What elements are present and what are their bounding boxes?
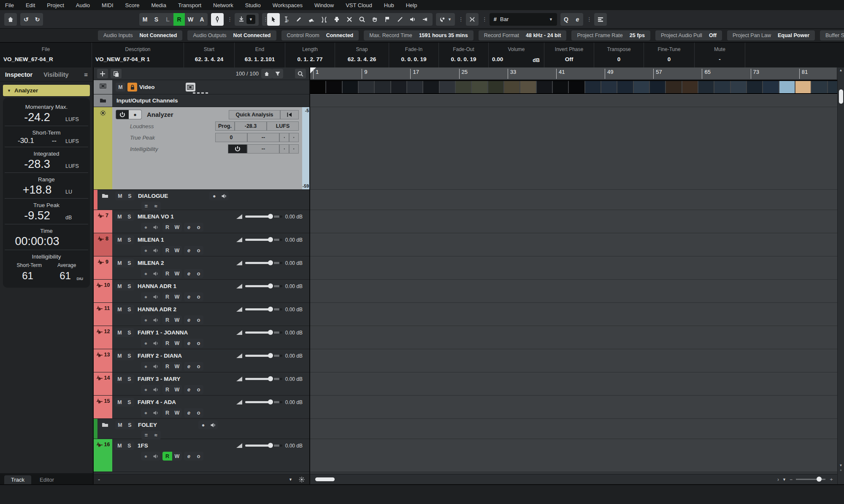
track-list-row-input-output-channels[interactable]: Input/Output Channels [94, 94, 309, 107]
param-power-button[interactable] [228, 144, 247, 154]
quick-analysis-button[interactable]: Quick Analysis [229, 110, 280, 119]
status-project-pan-law[interactable]: Project Pan LawEqual Power [727, 30, 815, 40]
param-value[interactable]: -28.3 [235, 121, 267, 131]
info-field-file[interactable]: FileVO_NEW_67-04_R [0, 43, 92, 67]
volume-slider[interactable] [245, 262, 282, 264]
scroll-down-icon[interactable]: ▼ [838, 464, 844, 467]
grid-type-select[interactable]: #Bar▼ [490, 13, 557, 26]
info-field-snap[interactable]: Snap62. 3. 4. 26 [335, 43, 389, 67]
volume-knob[interactable] [268, 237, 273, 242]
add-track-button[interactable] [97, 69, 108, 78]
status-project-frame-rate[interactable]: Project Frame Rate25 fps [571, 30, 650, 40]
mute-button[interactable]: M [115, 235, 124, 244]
edit-channel-button[interactable]: e [184, 223, 194, 232]
volume-slider[interactable] [245, 332, 282, 334]
read-automation-button[interactable]: R [162, 269, 172, 278]
volume-knob[interactable] [268, 330, 273, 335]
info-field-fine-tune[interactable]: Fine-Tune0 [644, 43, 695, 67]
volume-knob[interactable] [268, 307, 273, 312]
track-list-row-hanna-adr-1[interactable]: 10MSHANNA ADR 10.00 dB●RWeo [94, 280, 309, 303]
monitor-button[interactable] [151, 385, 160, 394]
monitor-button[interactable] [219, 191, 229, 200]
record-enable-button[interactable]: ● [141, 292, 151, 301]
mute-button[interactable]: M [115, 328, 124, 337]
edit-channel-button[interactable]: e [184, 362, 194, 371]
menu-transport[interactable]: Transport [178, 2, 201, 8]
scroll-up-icon[interactable]: ▲ [838, 68, 844, 72]
mute-button[interactable]: M [115, 398, 124, 407]
solo-button[interactable]: S [124, 212, 134, 221]
zoom-in-icon[interactable]: ＋ [829, 476, 834, 483]
mute-button[interactable]: M [115, 282, 124, 291]
volume-slider[interactable] [245, 308, 282, 310]
edit-channel-button[interactable]: e [184, 292, 194, 301]
volume-slider[interactable] [245, 216, 282, 218]
mute-button[interactable]: M [115, 305, 124, 314]
record-enable-button[interactable]: ● [141, 246, 151, 255]
use-track-preset-button[interactable] [111, 69, 122, 78]
mute-button[interactable]: M [115, 259, 124, 267]
zoom-slider-knob[interactable] [817, 477, 822, 482]
event-display[interactable]: ▼ 19172533414957657381 ▲ ▼ ＋ › ▼ − ＋ [310, 67, 844, 484]
read-automation-button[interactable]: R [162, 292, 172, 301]
info-field-fade-out[interactable]: Fade-Out0. 0. 0. 19 [439, 43, 489, 67]
monitor-button[interactable] [151, 339, 160, 348]
track-list-row-analyzer[interactable]: ●AnalyzerQuick AnalysisLoudnessProg.-28.… [94, 107, 309, 190]
record-enable-button[interactable]: ● [209, 191, 219, 200]
lock-button[interactable] [127, 83, 137, 92]
menu-help[interactable]: Help [406, 2, 417, 8]
volume-slider[interactable] [245, 378, 282, 380]
menu-midi[interactable]: MIDI [102, 2, 113, 8]
monitor-button[interactable] [151, 452, 160, 461]
solo-button[interactable]: S [124, 398, 134, 407]
solo-button[interactable]: S [124, 351, 134, 360]
erase-tool[interactable] [305, 13, 318, 26]
edit-channel-button[interactable]: e [184, 385, 194, 394]
vertical-scroll-thumb[interactable] [839, 89, 843, 104]
glue-tool[interactable] [330, 13, 343, 26]
edit-channel-button[interactable]: e [184, 408, 194, 417]
iterative-quantize-button[interactable]: e [572, 13, 583, 26]
record-enable-button[interactable]: ● [141, 339, 151, 348]
record-enable-button[interactable]: ● [141, 223, 151, 232]
volume-slider[interactable] [245, 401, 282, 403]
info-field-invert-phase[interactable]: Invert PhaseOff [544, 43, 594, 67]
zoom-out-icon[interactable]: − [790, 477, 793, 482]
info-field-description[interactable]: DescriptionVO_NEW_67-04_R 1 [92, 43, 184, 67]
tab-visibility[interactable]: Visibility [43, 71, 68, 78]
inspector-menu-icon[interactable]: ≡ [84, 71, 88, 78]
video-thumbnail-track[interactable] [310, 80, 844, 94]
zoom-slider[interactable] [796, 479, 825, 480]
solo-button[interactable]: S [124, 259, 134, 267]
menu-audio[interactable]: Audio [76, 2, 90, 8]
scroll-right-icon[interactable]: › [777, 477, 779, 482]
solo-button[interactable]: S [124, 328, 134, 337]
lanes-display-button[interactable] [594, 13, 607, 26]
find-tracks-button[interactable] [295, 69, 306, 78]
analyzer-section-header[interactable]: ▼ Analyzer [3, 85, 90, 96]
next-arrow-button[interactable] [289, 133, 299, 142]
menu-media[interactable]: Media [151, 2, 166, 8]
menu-edit[interactable]: Edit [26, 2, 35, 8]
volume-slider[interactable] [245, 355, 282, 357]
monitor-button[interactable] [151, 362, 160, 371]
param-value[interactable]: -- [247, 144, 279, 154]
volume-control[interactable]: 0.00 dB [236, 330, 303, 336]
horizontal-scroll-thumb[interactable] [315, 477, 335, 481]
track-list-row-milena-vo-1[interactable]: 7MSMILENA VO 10.00 dB●RWeo [94, 210, 309, 233]
info-field-transpose[interactable]: Transpose0 [594, 43, 644, 67]
zoom-tool[interactable] [356, 13, 368, 26]
volume-control[interactable]: 0.00 dB [236, 214, 303, 220]
read-automation-button[interactable]: R [162, 385, 172, 394]
read-automation-button[interactable]: R [162, 223, 172, 232]
global-w-button[interactable]: W [185, 13, 196, 26]
freeze-button[interactable]: o [194, 452, 203, 461]
global-s-button[interactable]: S [151, 13, 162, 26]
menu-hub[interactable]: Hub [384, 2, 394, 8]
record-enable-button[interactable]: ● [141, 269, 151, 278]
monitor-button[interactable] [208, 420, 218, 429]
volume-control[interactable]: 0.00 dB [236, 399, 303, 405]
comp-tool[interactable] [419, 13, 432, 26]
info-field-length[interactable]: Length0. 1. 2. 77 [285, 43, 335, 67]
object-selection-tool[interactable] [267, 13, 280, 26]
